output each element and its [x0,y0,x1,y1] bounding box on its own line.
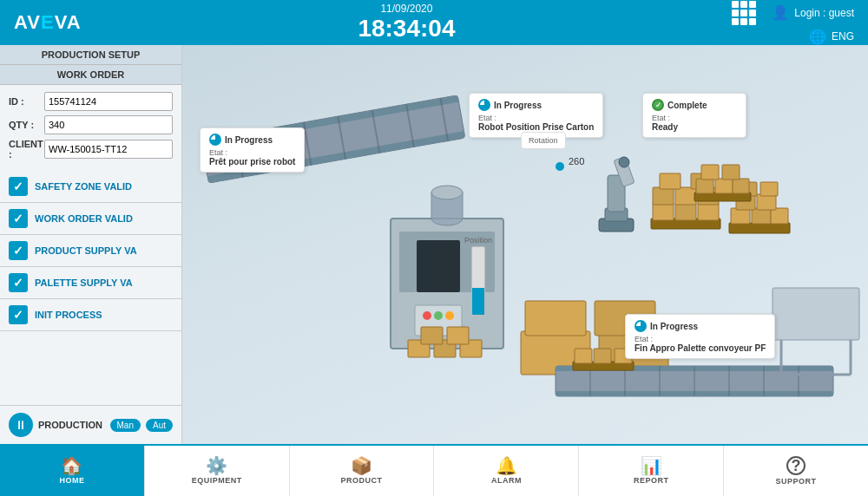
svg-point-15 [434,311,443,320]
position-gauge: Position [464,236,492,316]
svg-rect-45 [760,182,778,196]
rotation-value: 260 [569,156,584,166]
init-process-label: INIT PROCESS [35,310,102,320]
bottom-nav: 🏠 HOME ⚙️ EQUIPMENT 📦 PRODUCT 🔔 ALARM 📊 … [0,444,868,496]
work-order-label: WORK ORDER VALID [35,213,133,224]
svg-rect-39 [731,208,750,224]
popup4-etat-label: Etat : [635,335,766,343]
globe-icon: 🌐 [809,29,826,45]
popup4-etat-value: Fin Appro Palette convoyeur PF [635,343,766,353]
svg-rect-68 [575,349,592,363]
work-order-item[interactable]: WORK ORDER VALID [0,203,181,235]
svg-rect-36 [660,173,681,189]
nav-equipment[interactable]: ⚙️ EQUIPMENT [145,446,290,496]
work-order-checkbox [9,209,28,228]
nav-equipment-label: EQUIPMENT [192,476,242,485]
status-popup-4: In Progress Etat : Fin Appro Palette con… [625,314,775,359]
product-supply-item[interactable]: PRODUCT SUPPLY VA [0,235,181,267]
gauge-fill [472,288,484,315]
init-process-checkbox [9,305,28,324]
nav-report-label: REPORT [634,476,669,485]
header-lang[interactable]: 🌐 ENG [809,29,854,45]
pause-button[interactable]: ⏸ [9,413,33,437]
header-time: 18:34:04 [358,15,455,42]
work-order-title: WORK ORDER [0,65,181,85]
popup4-status: In Progress [650,322,698,331]
svg-rect-69 [594,349,611,363]
svg-point-16 [445,311,454,320]
svg-rect-31 [675,203,696,220]
svg-rect-38 [729,223,790,233]
auto-mode-button[interactable]: Aut [146,419,173,432]
status-items: SAFETY ZONE VALID WORK ORDER VALID PRODU… [0,171,181,331]
rotation-dot [556,162,564,171]
svg-point-56 [619,157,629,167]
header: AVEVA 11/09/2020 18:34:04 👤 Login : gues… [0,0,868,45]
status-dot-4 [635,320,647,332]
header-right: 👤 Login : guest 🌐 ENG [732,1,854,45]
production-setup-title: PRODUCTION SETUP [0,45,181,65]
qty-input[interactable] [44,115,173,134]
product-icon: 📦 [351,457,372,474]
logo: AVEVA [14,11,82,34]
svg-rect-27 [525,301,586,336]
alarm-icon: 🔔 [496,457,517,474]
popup3-status: Complete [667,101,707,110]
svg-rect-71 [773,288,859,340]
user-icon: 👤 [772,4,789,21]
svg-rect-33 [653,187,674,205]
nav-product[interactable]: 📦 PRODUCT [290,446,435,496]
nav-support-label: SUPPORT [776,477,817,486]
status-dot-3 [652,99,664,111]
qty-row: QTY : [9,115,173,134]
nav-home-label: HOME [59,476,84,485]
popup3-etat-value: Ready [652,122,737,132]
home-icon: 🏠 [61,457,82,474]
safety-zone-label: SAFETY ZONE VALID [35,181,132,192]
client-label: CLIENT : [9,139,44,160]
popup3-etat-label: Etat : [652,114,737,122]
header-date: 11/09/2020 [358,3,455,15]
rotation-area: Rotation [521,132,566,149]
status-popup-1: In Progress Etat : Prêt pour prise robot [200,127,305,173]
id-row: ID : [9,92,173,111]
work-order-section: ID : QTY : CLIENT : [0,85,181,171]
nav-home[interactable]: 🏠 HOME [0,446,145,496]
main-content: PRODUCTION SETUP WORK ORDER ID : QTY : C… [0,45,868,444]
status-dot-2 [478,99,490,111]
nav-report[interactable]: 📊 REPORT [579,446,724,496]
popup1-status: In Progress [225,135,273,145]
popup1-etat-value: Prêt pour prise robot [209,157,295,166]
svg-rect-40 [752,208,771,224]
client-input[interactable] [44,140,173,159]
product-supply-checkbox [9,241,28,260]
header-center: 11/09/2020 18:34:04 [358,3,455,42]
production-label: PRODUCTION [38,420,105,430]
nav-alarm[interactable]: 🔔 ALARM [434,446,579,496]
svg-rect-32 [698,203,719,220]
popup2-etat-label: Etat : [478,114,594,122]
nav-alarm-label: ALARM [491,476,522,485]
qty-label: QTY : [9,120,44,130]
popup2-etat-value: Robot Position Prise Carton [478,122,594,132]
factory-visualization: In Progress Etat : Prêt pour prise robot… [182,45,868,444]
manual-mode-button[interactable]: Man [110,419,141,432]
header-user: 👤 Login : guest [772,4,854,21]
id-input[interactable] [44,92,173,111]
svg-rect-23 [421,327,443,344]
svg-rect-48 [715,179,733,193]
safety-zone-item[interactable]: SAFETY ZONE VALID [0,171,181,203]
svg-rect-47 [696,179,713,193]
client-row: CLIENT : [9,139,173,160]
palette-supply-item[interactable]: PALETTE SUPPLY VA [0,267,181,299]
nav-support[interactable]: ? SUPPORT [724,446,868,496]
grid-icon[interactable] [732,1,756,25]
svg-rect-49 [733,179,749,193]
rotation-label: Rotation [529,136,558,145]
status-dot-1 [209,134,221,146]
product-supply-label: PRODUCT SUPPLY VA [35,245,137,256]
svg-point-14 [423,311,431,320]
init-process-item[interactable]: INIT PROCESS [0,299,181,331]
id-label: ID : [9,96,44,107]
palette-supply-checkbox [9,273,28,292]
